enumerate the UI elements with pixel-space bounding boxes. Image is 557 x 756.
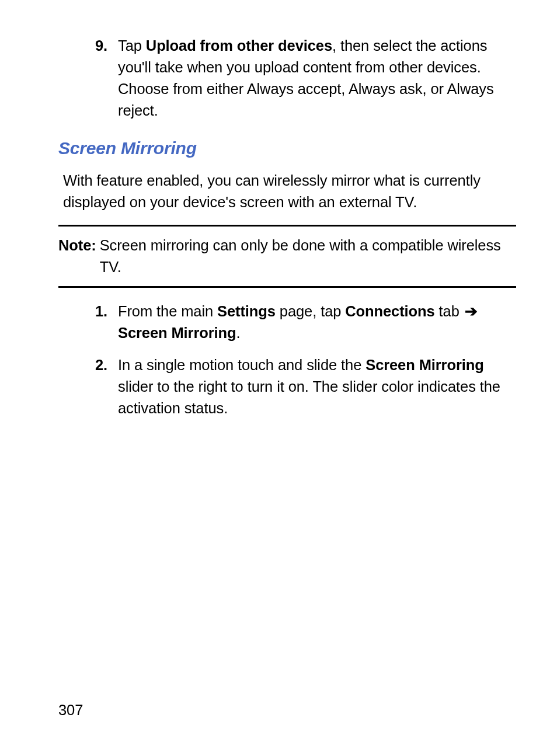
bold-text: Screen Mirroring — [365, 357, 483, 373]
note-label: Note: — [58, 235, 100, 278]
list-body: From the main Settings page, tap Connect… — [118, 301, 516, 344]
page-number: 307 — [58, 699, 83, 721]
text: . — [236, 325, 240, 341]
text: From the main — [118, 303, 217, 319]
note-text: Screen mirroring can only be done with a… — [100, 235, 516, 278]
text: Tap — [118, 37, 146, 54]
list-number: 2. — [76, 354, 118, 419]
bold-text: Settings — [217, 303, 276, 319]
bold-text: Screen Mirroring — [118, 325, 236, 341]
list-number: 9. — [76, 35, 118, 121]
list-item-9: 9. Tap Upload from other devices, then s… — [58, 35, 516, 121]
list-body: Tap Upload from other devices, then sele… — [118, 35, 516, 121]
list-number: 1. — [76, 301, 118, 344]
text: In a single motion touch and slide the — [118, 357, 365, 373]
list-body: In a single motion touch and slide the S… — [118, 354, 516, 419]
bold-text: Connections — [345, 303, 434, 319]
text: slider to the right to turn it on. The s… — [118, 378, 500, 416]
ordered-list: 1. From the main Settings page, tap Conn… — [58, 301, 516, 419]
section-heading: Screen Mirroring — [58, 135, 516, 161]
document-page: 9. Tap Upload from other devices, then s… — [0, 0, 557, 756]
arrow-icon: ➔ — [464, 301, 479, 322]
list-item-2: 2. In a single motion touch and slide th… — [58, 354, 516, 419]
intro-paragraph: With feature enabled, you can wirelessly… — [58, 170, 516, 213]
text: tab — [435, 303, 464, 319]
text: page, tap — [276, 303, 345, 319]
list-item-1: 1. From the main Settings page, tap Conn… — [58, 301, 516, 344]
note-block: Note: Screen mirroring can only be done … — [58, 225, 516, 288]
bold-text: Upload from other devices — [146, 37, 332, 54]
